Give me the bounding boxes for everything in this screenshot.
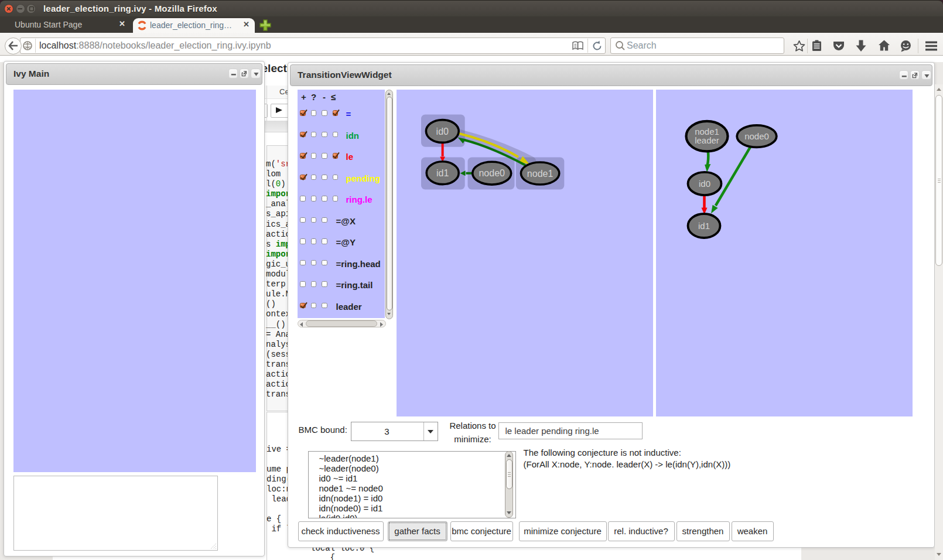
svg-text:node0: node0 <box>744 131 769 141</box>
svg-text:id1: id1 <box>698 221 709 231</box>
svg-text:id0: id0 <box>436 127 448 136</box>
svg-text:leader: leader <box>695 135 719 145</box>
svg-text:node1: node1 <box>527 169 553 179</box>
svg-text:node0: node0 <box>479 168 505 178</box>
svg-text:id1: id1 <box>436 168 449 178</box>
svg-text:id0: id0 <box>698 179 710 189</box>
